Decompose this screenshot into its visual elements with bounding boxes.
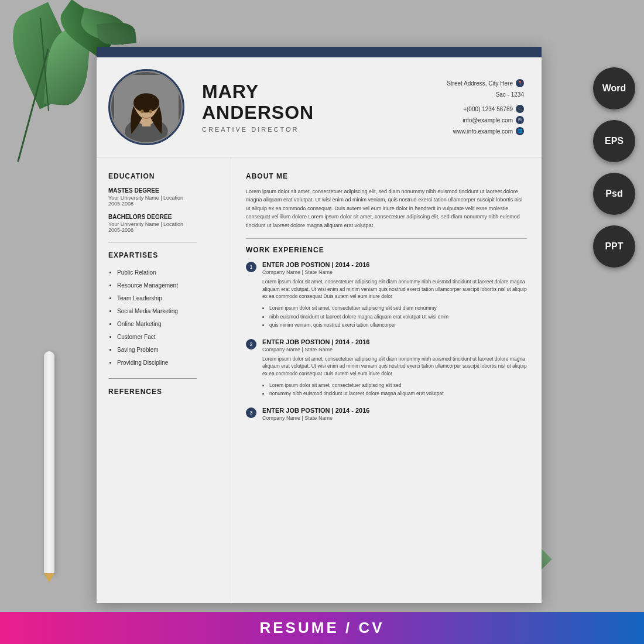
address-line2: Sac - 1234: [496, 89, 524, 100]
word-button[interactable]: Word: [593, 67, 635, 109]
work-number-3: 3: [246, 407, 256, 418]
expertise-item-0: Public Relation: [117, 266, 219, 279]
email-text: info@example.com: [463, 115, 513, 126]
work-experience-title: WORK EXPERIENCE: [246, 246, 527, 254]
phone-text: +(000) 1234 56789: [463, 104, 513, 115]
profile-photo-wrapper: [108, 69, 184, 145]
website-icon: 🌐: [516, 127, 524, 135]
left-column: EDUCATION MASTES DEGREE Your University …: [97, 157, 231, 603]
contact-email-row: info@example.com ✉: [447, 115, 524, 126]
website-text: www.info.example.com: [453, 126, 513, 137]
psd-button[interactable]: Psd: [593, 173, 635, 215]
svg-point-6: [149, 109, 153, 113]
resume-header-bar: [97, 47, 542, 57]
degree-2-university: Your University Name | Location: [108, 221, 219, 227]
work-bullet-1-0: Lorem ipsum dolor sit amet, consectetuer…: [269, 304, 527, 312]
bottom-bar: RESUME / CV: [0, 612, 644, 644]
first-name: MARY: [202, 81, 447, 102]
expertise-item-1: Resource Management: [117, 279, 219, 292]
degree-2-name: BACHELORS DEGREE: [108, 214, 219, 220]
work-bullet-1-1: nibh euismod tincidunt ut laoreet dolore…: [269, 313, 527, 321]
pencil-decoration: [44, 351, 54, 574]
expertises-title: EXPARTISES: [108, 251, 219, 259]
work-bullet-2-1: nonummy nibh euismod tincidunt ut laoree…: [269, 389, 527, 398]
contact-website-row: www.info.example.com 🌐: [447, 126, 524, 137]
work-title-2: ENTER JOB POSTION | 2014 - 2016: [262, 338, 527, 345]
work-number-2: 2: [246, 339, 256, 350]
resume-body: EDUCATION MASTES DEGREE Your University …: [97, 157, 542, 603]
expertise-item-4: Online Marketing: [117, 318, 219, 331]
work-desc-1: Lorem ipsum dolor sit amet, consectetuer…: [262, 278, 527, 300]
work-bullets-1: Lorem ipsum dolor sit amet, consectetuer…: [262, 304, 527, 329]
expertise-item-3: Social Media Marketing: [117, 305, 219, 318]
eps-button[interactable]: EPS: [593, 120, 635, 162]
work-desc-2: Lorem ipsum dolor sit amet, consectetuer…: [262, 355, 527, 378]
work-number-1: 1: [246, 262, 256, 272]
contact-phone-row: +(000) 1234 56789 📞: [447, 104, 524, 115]
work-entry-1: 1 ENTER JOB POSTION | 2014 - 2016 Compan…: [246, 261, 527, 330]
work-content-3: ENTER JOB POSTION | 2014 - 2016 Company …: [262, 407, 527, 424]
ppt-button[interactable]: PPT: [593, 225, 635, 268]
degree-2: BACHELORS DEGREE Your University Name | …: [108, 214, 219, 233]
work-company-2: Company Name | State Name: [262, 347, 527, 352]
expertise-item-7: Providing Discipline: [117, 357, 219, 369]
work-bullets-2: Lorem ipsum dolor sit amet, consectetuer…: [262, 381, 527, 398]
location-icon: 📍: [516, 79, 524, 87]
degree-2-year: 2005-2008: [108, 227, 219, 233]
about-title: ABOUT ME: [246, 172, 527, 180]
contact-address2-row: Sac - 1234: [447, 89, 524, 100]
work-company-3: Company Name | State Name: [262, 415, 527, 421]
work-title-1: ENTER JOB POSTION | 2014 - 2016: [262, 261, 527, 268]
resume-paper: MARY ANDERSON CREATIVE DIRECTOR Street A…: [97, 47, 542, 603]
profile-photo-svg: [114, 75, 179, 139]
name-section: MARY ANDERSON CREATIVE DIRECTOR: [202, 81, 447, 132]
right-divider: [246, 238, 527, 239]
right-column: ABOUT ME Lorem ipsum dolor sit amet, con…: [231, 157, 542, 603]
work-entry-3: 3 ENTER JOB POSTION | 2014 - 2016 Compan…: [246, 407, 527, 424]
svg-point-5: [141, 109, 144, 113]
work-content-1: ENTER JOB POSTION | 2014 - 2016 Company …: [262, 261, 527, 330]
left-divider-2: [108, 378, 197, 379]
degree-1-year: 2005-2008: [108, 201, 219, 207]
work-bullet-1-2: quis minim veniam, quis nostrud exerci t…: [269, 321, 527, 329]
work-company-1: Company Name | State Name: [262, 269, 527, 275]
about-text: Lorem ipsum dolor sit amet, consectetuer…: [246, 187, 527, 229]
expertise-list: Public Relation Resource Management Team…: [108, 266, 219, 369]
contact-address-row: Street Address, City Here 📍: [447, 78, 524, 89]
expertise-item-6: Saving Problem: [117, 344, 219, 357]
phone-icon: 📞: [516, 105, 524, 113]
expertise-item-5: Customer Fact: [117, 331, 219, 344]
job-title: CREATIVE DIRECTOR: [202, 126, 447, 133]
email-icon: ✉: [516, 116, 524, 124]
degree-1-university: Your University Name | Location: [108, 195, 219, 201]
work-content-2: ENTER JOB POSTION | 2014 - 2016 Company …: [262, 338, 527, 398]
last-name: ANDERSON: [202, 102, 447, 123]
profile-photo: [111, 72, 181, 142]
left-divider-1: [108, 242, 197, 242]
references-title: REFERENCES: [108, 388, 219, 396]
degree-1-name: MASTES DEGREE: [108, 187, 219, 194]
side-buttons-container: Word EPS Psd PPT: [593, 67, 635, 268]
bottom-bar-text: RESUME / CV: [259, 619, 384, 637]
work-bullet-2-0: Lorem ipsum dolor sit amet, consectetuer…: [269, 381, 527, 389]
work-title-3: ENTER JOB POSTION | 2014 - 2016: [262, 407, 527, 414]
address-line1: Street Address, City Here: [447, 78, 513, 89]
education-title: EDUCATION: [108, 172, 219, 180]
work-entry-2: 2 ENTER JOB POSTION | 2014 - 2016 Compan…: [246, 338, 527, 398]
expertise-item-2: Team Leadership: [117, 292, 219, 305]
degree-1: MASTES DEGREE Your University Name | Loc…: [108, 187, 219, 207]
contact-section: Street Address, City Here 📍 Sac - 1234 +…: [447, 78, 524, 137]
svg-point-4: [133, 93, 159, 112]
resume-header: MARY ANDERSON CREATIVE DIRECTOR Street A…: [97, 57, 542, 157]
